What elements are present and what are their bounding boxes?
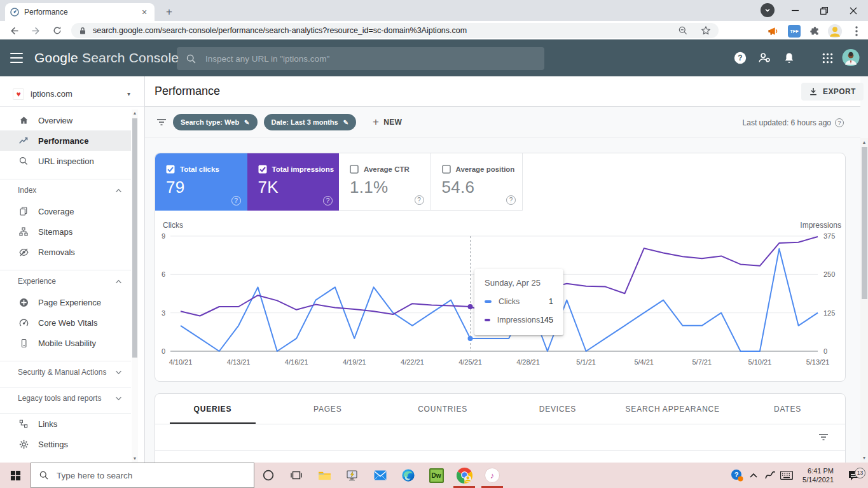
back-icon[interactable] [6,23,22,38]
filter-icon[interactable] [156,118,167,127]
tab-pages[interactable]: PAGES [270,394,385,424]
forward-icon[interactable] [28,23,43,38]
property-selector[interactable]: ♥ iptions.com ▾ [0,81,144,107]
windows-ink-icon[interactable] [762,470,778,480]
metric-value: 7K [258,178,279,197]
extensions-puzzle-icon[interactable] [806,23,823,39]
edge-button[interactable] [394,463,422,488]
window-minimize-button[interactable] [780,0,809,21]
sidebar-item-mobile-usability[interactable]: Mobile Usability [0,333,131,353]
tab-close-icon[interactable]: × [139,7,149,17]
file-explorer-button[interactable] [310,463,338,488]
help-circle-icon[interactable]: ? [415,195,424,205]
checkbox-unchecked-icon[interactable] [350,165,359,174]
notification-center-button[interactable]: 13 [840,470,868,481]
notifications-bell-icon[interactable] [780,49,798,67]
page-scrollbar[interactable]: ▲ ▼ [860,138,868,463]
bookmark-star-icon[interactable] [701,25,711,36]
get-help-icon[interactable]: ? [729,469,745,482]
reload-icon[interactable] [50,23,65,38]
tab-countries[interactable]: COUNTRIES [385,394,500,424]
tab-dates[interactable]: DATES [730,394,845,424]
new-filter-button[interactable]: + NEW [373,116,402,129]
help-circle-icon[interactable]: ? [835,118,844,127]
tray-expand-chevron-icon[interactable] [745,472,762,478]
help-circle-icon[interactable]: ? [231,196,241,206]
sidebar-item-core-web-vitals[interactable]: Core Web Vitals [0,312,131,333]
export-button[interactable]: EXPORT [801,83,864,101]
start-button[interactable] [0,463,31,488]
checkbox-unchecked-icon[interactable] [442,165,451,174]
mail-button[interactable] [366,463,394,488]
scroll-up-icon[interactable]: ▲ [132,109,138,117]
taskbar-clock[interactable]: 6:41 PM 5/14/2021 [803,466,834,484]
metric-card-total-impressions[interactable]: Total impressions 7K ? [247,153,340,211]
checkbox-checked-icon[interactable] [258,165,267,174]
x-axis-tick: 4/25/21 [458,358,482,366]
chevron-down-icon [115,396,122,401]
tff-extension-icon[interactable]: TFF [786,23,803,39]
window-restore-button[interactable] [809,0,839,21]
address-bar[interactable]: search.google.com/search-console/perform… [71,23,719,38]
sidebar-item-settings[interactable]: Settings [0,434,131,454]
checkbox-checked-icon[interactable] [166,165,175,174]
sidebar-scrollbar[interactable]: ▲ ▼ [132,109,138,463]
scrollbar-thumb[interactable] [132,118,137,358]
browser-tab[interactable]: Performance × [5,3,155,21]
filter-chip-date-last-3-months[interactable]: Date: Last 3 months✎ [264,114,357,130]
url-inspect-search-input[interactable]: Inspect any URL in "iptions.com" [177,47,544,70]
browser-profile-avatar[interactable] [827,23,843,39]
app-logo[interactable]: GoogleSearch Console [34,50,179,66]
megaphone-extension-icon[interactable] [765,23,782,39]
google-apps-grid-icon[interactable] [818,49,836,67]
table-filter-icon[interactable] [818,433,829,442]
property-name: iptions.com [31,89,127,99]
cortana-button[interactable] [254,463,282,488]
media-controls-button[interactable] [761,3,775,17]
sidebar-section-index[interactable]: Index [0,179,131,201]
scroll-down-icon[interactable]: ▼ [132,455,138,463]
sidebar-section-security-manual-actions[interactable]: Security & Manual Actions [0,361,131,383]
help-circle-icon[interactable]: ? [506,195,516,205]
sidebar-item-url-inspection[interactable]: URL inspection [0,151,131,171]
sidebar-item-overview[interactable]: Overview [0,110,131,130]
sidebar-section-legacy-tools-and-reports[interactable]: Legacy tools and reports [0,387,131,409]
search-icon [18,155,29,167]
sidebar-item-removals[interactable]: Removals [0,242,131,262]
tab-search-appearance[interactable]: SEARCH APPEARANCE [615,394,730,424]
chrome-button[interactable] [450,463,478,488]
scrollbar-thumb[interactable] [862,147,867,299]
help-circle-icon[interactable]: ? [323,196,333,206]
performance-icon [18,135,29,146]
scroll-up-icon[interactable]: ▲ [860,139,868,146]
tab-queries[interactable]: QUERIES [155,394,270,424]
taskbar-search-input[interactable]: Type here to search [31,463,254,488]
sidebar-item-links[interactable]: Links [0,414,131,434]
filter-chip-search-type-web[interactable]: Search type: Web✎ [173,114,258,130]
hamburger-menu-icon[interactable] [10,53,23,63]
window-close-button[interactable] [839,0,868,21]
sidebar-item-coverage[interactable]: Coverage [0,201,131,221]
new-tab-button[interactable]: + [162,5,177,19]
dreamweaver-button[interactable]: Dw [422,463,450,488]
music-button[interactable]: ♪ [478,463,506,488]
sidebar-item-page-experience[interactable]: Page Experience [0,292,131,312]
scroll-down-icon[interactable]: ▼ [860,454,868,462]
touch-keyboard-icon[interactable] [778,471,795,480]
zoom-out-icon[interactable] [678,25,688,36]
user-settings-icon[interactable] [755,49,773,67]
remote-desktop-button[interactable] [338,463,366,488]
sidebar-item-sitemaps[interactable]: Sitemaps [0,221,131,242]
browser-toolbar: search.google.com/search-console/perform… [0,21,868,39]
sidebar-item-performance[interactable]: Performance [0,130,131,151]
tooltip-date: Sunday, Apr 25 [485,278,553,288]
metric-card-average-ctr[interactable]: Average CTR 1.1% ? [339,153,431,211]
tab-devices[interactable]: DEVICES [500,394,615,424]
task-view-button[interactable] [282,463,310,488]
sidebar-section-experience[interactable]: Experience [0,270,131,292]
help-icon[interactable]: ? [731,49,749,67]
metric-card-average-position[interactable]: Average position 54.6 ? [431,153,523,211]
account-avatar[interactable] [842,48,860,66]
metric-card-total-clicks[interactable]: Total clicks 79 ? [155,153,247,211]
browser-menu-kebab-icon[interactable] [848,23,865,39]
